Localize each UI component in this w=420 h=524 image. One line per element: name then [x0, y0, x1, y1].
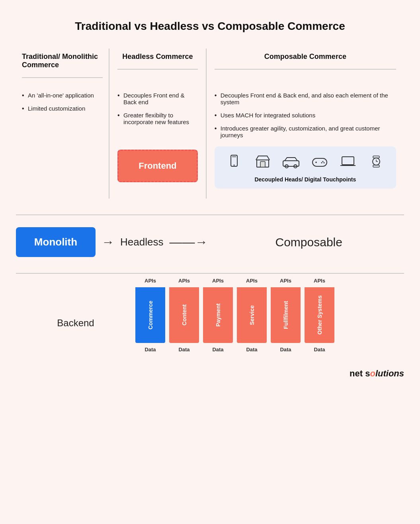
traditional-bullet-2: Limited customization — [22, 105, 103, 112]
bar-payment-bar: Payment — [203, 287, 233, 343]
touchpoints-label: Decoupled Heads/ Digital Touchpoints — [223, 176, 388, 183]
composable-content: Decouples Front end & Back end, and also… — [206, 82, 404, 199]
headless-bullet-2: Greater flexibilty to incorporate new fe… — [117, 112, 198, 125]
composable-header-cell: Composable Commerce — [206, 49, 404, 82]
monolith-to-headless-arrow: → — [102, 235, 114, 249]
traditional-header-cell: Traditional/ Monolithic Commerce — [16, 49, 109, 82]
bar-fullfilment-bar: Fullfilment — [271, 287, 301, 343]
composable-header: Composable Commerce — [215, 53, 396, 70]
svg-point-12 — [322, 161, 323, 162]
gamepad-icon — [308, 154, 331, 171]
bar-service: APIs Service Data — [237, 278, 267, 353]
bar-commerce-top: APIs — [145, 278, 156, 284]
bar-content: APIs Content Data — [169, 278, 199, 353]
svg-point-13 — [323, 162, 324, 164]
svg-point-14 — [321, 162, 322, 164]
store-icon — [251, 154, 274, 171]
touchpoints-icons — [223, 154, 388, 171]
bar-service-top: APIs — [246, 278, 258, 284]
bar-other-systems-bottom: Data — [314, 347, 325, 353]
bar-commerce-bar: Commerce — [135, 287, 165, 343]
bar-other-systems: APIs Other Systems Data — [305, 278, 334, 353]
backend-bars: APIs Commerce Data APIs Content Data API… — [135, 278, 404, 353]
watch-icon — [365, 154, 388, 171]
bar-commerce: APIs Commerce Data — [135, 278, 165, 353]
composable-bullets: Decouples Front end & Back end, and also… — [215, 92, 396, 138]
svg-rect-4 — [260, 162, 265, 167]
bar-other-systems-bar: Other Systems — [305, 287, 334, 343]
headless-header-cell: Headless Commerce — [109, 49, 206, 82]
traditional-content: An 'all-in-one' application Limited cust… — [16, 82, 109, 199]
monolith-box: Monolith — [16, 227, 96, 257]
bar-payment-top: APIs — [212, 278, 224, 284]
bar-fullfilment: APIs Fullfilment Data — [271, 278, 301, 353]
traditional-bullets: An 'all-in-one' application Limited cust… — [22, 92, 103, 112]
headless-bullet-1: Decouples Front end & Back end — [117, 92, 198, 105]
headless-bullets: Decouples Front end & Back end Greater f… — [117, 92, 198, 132]
headless-to-composable-arrow: ——→ — [169, 235, 207, 249]
bar-other-systems-top: APIs — [314, 278, 325, 284]
bar-content-bar: Content — [169, 287, 199, 343]
svg-point-1 — [234, 165, 235, 166]
traditional-header: Traditional/ Monolithic Commerce — [22, 53, 103, 78]
brand-o: o — [370, 368, 375, 378]
composable-bullet-1: Decouples Front end & Back end, and also… — [215, 92, 396, 105]
composable-bullet-3: Introduces greater agility, customizatio… — [215, 125, 396, 138]
frontend-box: Frontend — [117, 150, 198, 182]
headless-header: Headless Commerce — [117, 53, 198, 70]
bar-service-bar: Service — [237, 287, 267, 343]
page-title: Traditional vs Headless vs Composable Co… — [16, 20, 404, 33]
bar-content-bottom: Data — [178, 347, 189, 353]
car-icon — [279, 154, 303, 171]
comparison-table: Traditional/ Monolithic Commerce Headles… — [16, 49, 404, 199]
composable-bullet-2: Uses MACH for integrated solutions — [215, 112, 396, 119]
headless-evolution-label: Headless — [120, 236, 163, 248]
touchpoints-box: Decoupled Heads/ Digital Touchpoints — [215, 146, 396, 189]
bar-service-bottom: Data — [246, 347, 257, 353]
backend-label: Backend — [16, 318, 135, 353]
bar-fullfilment-bottom: Data — [280, 347, 291, 353]
headless-content: Decouples Front end & Back end Greater f… — [109, 82, 206, 199]
mobile-icon — [223, 154, 246, 171]
bar-content-top: APIs — [178, 278, 190, 284]
brand-solutions: lutions — [375, 368, 404, 378]
bar-payment-bottom: Data — [212, 347, 223, 353]
brand-net: net s — [350, 368, 370, 378]
traditional-bullet-1: An 'all-in-one' application — [22, 92, 103, 99]
composable-evolution-label: Composable — [213, 236, 404, 249]
bar-payment: APIs Payment Data — [203, 278, 233, 353]
backend-section: Backend APIs Commerce Data APIs Content … — [16, 278, 404, 353]
separator-2 — [16, 273, 404, 274]
footer: net solutions — [16, 368, 404, 379]
separator — [16, 214, 404, 215]
evolution-section: Monolith → Headless ——→ Composable — [16, 227, 404, 257]
bar-commerce-bottom: Data — [145, 347, 156, 353]
svg-rect-15 — [342, 157, 354, 165]
svg-rect-9 — [313, 158, 327, 166]
laptop-icon — [336, 154, 359, 171]
bar-fullfilment-top: APIs — [280, 278, 291, 284]
